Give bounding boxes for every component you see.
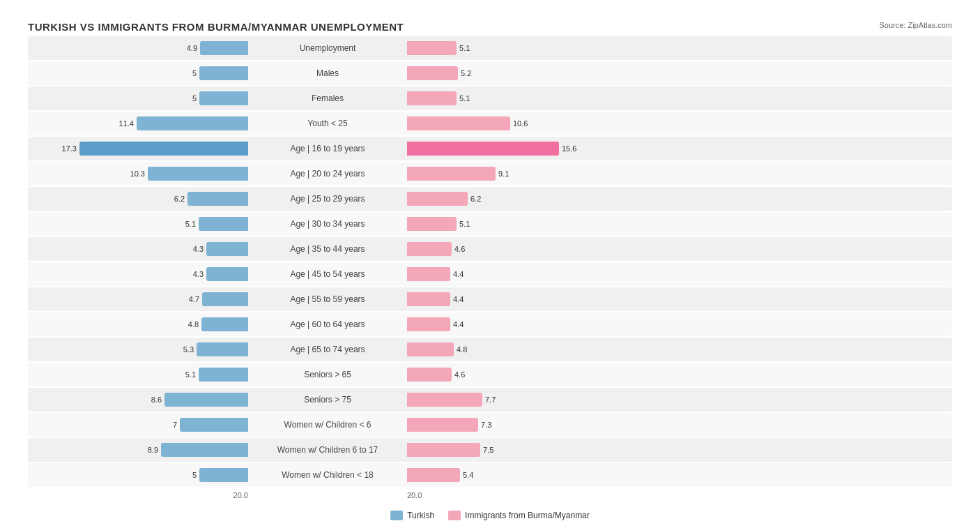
bar-right [407,116,510,130]
bar-left [200,41,248,55]
val-right: 4.8 [457,345,467,354]
legend-turkish: Turkish [390,511,434,520]
chart-row: 4.3 Age | 45 to 54 years 4.4 [28,262,952,286]
chart-title: TURKISH VS IMMIGRANTS FROM BURMA/MYANMAR… [28,21,404,33]
val-right: 4.6 [454,370,465,379]
val-left: 5 [192,471,197,479]
val-right: 7.3 [481,421,491,429]
val-left: 17.3 [62,144,77,153]
bar-left [137,116,248,130]
chart-row: 8.9 Women w/ Children 6 to 17 7.5 [28,438,952,462]
val-left: 7 [173,421,177,429]
val-left: 4.3 [193,245,204,253]
row-label: Unemployment [251,43,404,53]
bar-left-container: 5 [28,61,251,85]
bar-left [187,192,248,206]
bar-left [206,267,248,281]
row-label: Age | 45 to 54 years [251,269,404,279]
bar-right [407,217,457,231]
chart-row: 10.3 Age | 20 to 24 years 9.1 [28,162,952,186]
chart-row: 5.3 Age | 65 to 74 years 4.8 [28,338,952,361]
bar-right-container: 7.3 [404,413,627,437]
bar-right [407,267,450,281]
bar-right [407,91,457,105]
bar-right-container: 7.5 [404,438,627,462]
bar-left-container: 4.3 [28,262,251,286]
bar-right [407,142,559,156]
bar-right-container: 4.4 [404,287,627,311]
row-label: Women w/ Children < 6 [251,420,404,430]
val-left: 8.9 [148,446,158,454]
val-right: 9.1 [498,169,509,178]
val-left: 5 [192,69,197,77]
bar-right-container: 5.1 [404,212,627,236]
legend-immigrants-label: Immigrants from Burma/Myanmar [465,511,590,520]
row-label: Women w/ Children < 18 [251,470,404,480]
chart-container: TURKISH VS IMMIGRANTS FROM BURMA/MYANMAR… [14,14,966,528]
bar-left-container: 5.1 [28,212,251,236]
bar-left [199,217,248,231]
val-right: 4.6 [454,245,465,253]
bar-left-container: 4.8 [28,312,251,336]
val-right: 15.6 [562,144,576,153]
bar-right [407,317,450,331]
chart-area: 4.9 Unemployment 5.1 5 Males 5.2 5 Femal… [28,36,952,487]
val-left: 8.6 [151,395,162,404]
chart-row: 4.8 Age | 60 to 64 years 4.4 [28,312,952,336]
chart-row: 8.6 Seniors > 75 7.7 [28,388,952,412]
bar-right-container: 5.2 [404,61,627,85]
bar-right-container: 5.1 [404,36,627,60]
val-left: 5.1 [185,370,196,379]
row-label: Seniors > 75 [251,395,404,405]
val-right: 10.6 [513,119,528,128]
axis-row: 20.0 20.0 [28,488,952,502]
val-right: 6.2 [470,195,481,203]
row-label: Age | 25 to 29 years [251,194,404,204]
bar-right-container: 4.4 [404,262,627,286]
chart-row: 6.2 Age | 25 to 29 years 6.2 [28,187,952,211]
legend-immigrants-box [448,511,461,520]
bar-left-container: 8.6 [28,388,251,412]
bar-right-container: 15.6 [404,137,627,160]
bar-right-container: 4.8 [404,338,627,361]
axis-right-val: 20.0 [407,491,422,499]
row-label: Age | 55 to 59 years [251,294,404,304]
val-left: 4.7 [189,295,199,303]
bar-left [197,342,248,356]
bar-left [199,468,248,482]
axis-left-val: 20.0 [233,491,248,499]
row-label: Age | 60 to 64 years [251,319,404,329]
chart-row: 5 Females 5.1 [28,86,952,110]
legend-turkish-box [390,511,403,520]
val-left: 5.3 [183,345,194,354]
val-left: 5.1 [185,220,196,228]
chart-source: Source: ZipAtlas.com [879,21,952,29]
bar-left [199,368,248,382]
row-label: Age | 35 to 44 years [251,244,404,254]
bar-right [407,368,452,382]
bar-left-container: 5.1 [28,363,251,386]
bar-right [407,242,452,256]
val-right: 4.4 [453,270,464,278]
bar-left [206,242,248,256]
val-left: 6.2 [174,195,185,203]
bar-left-container: 10.3 [28,162,251,186]
legend-turkish-label: Turkish [407,511,434,520]
val-right: 5.1 [459,94,470,103]
bar-left [79,142,248,156]
bar-left [199,91,248,105]
bar-right-container: 9.1 [404,162,627,186]
bar-right [407,41,457,55]
bar-right [407,468,460,482]
val-right: 7.5 [483,446,493,454]
bar-left [201,317,248,331]
chart-row: 4.7 Age | 55 to 59 years 4.4 [28,287,952,311]
chart-row: 4.3 Age | 35 to 44 years 4.6 [28,237,952,261]
val-right: 5.2 [461,69,471,77]
val-right: 5.1 [459,220,470,228]
chart-row: 4.9 Unemployment 5.1 [28,36,952,60]
chart-row: 7 Women w/ Children < 6 7.3 [28,413,952,437]
bar-left-container: 5 [28,463,251,487]
val-right: 4.4 [453,295,464,303]
val-left: 4.3 [193,270,204,278]
